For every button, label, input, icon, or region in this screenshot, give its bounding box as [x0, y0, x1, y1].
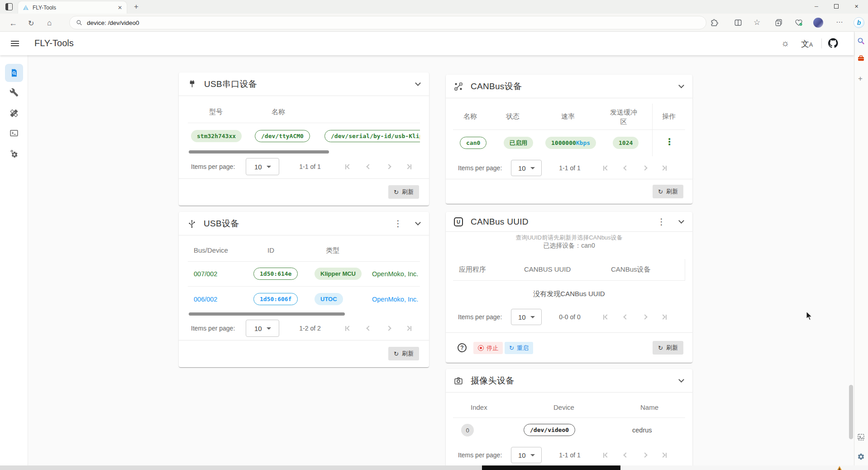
translate-icon[interactable]: 文A: [801, 38, 813, 49]
card-camera: 摄像头设备 Index Device Name 0 /dev/video0 ce…: [446, 369, 692, 470]
first-page-button[interactable]: [603, 453, 609, 458]
home-button[interactable]: ⌂: [47, 19, 52, 28]
canbus-network-icon: [454, 82, 463, 91]
browser-tab[interactable]: FLY-Tools ✕: [18, 1, 127, 14]
table-horizontal-scrollbar[interactable]: [189, 150, 329, 153]
last-page-button[interactable]: [406, 164, 411, 169]
extensions-icon[interactable]: [711, 19, 719, 27]
profile-avatar[interactable]: [813, 18, 823, 28]
refresh-icon: ↻: [394, 350, 399, 357]
chevron-down-icon[interactable]: [678, 82, 684, 88]
column-id: ID: [267, 246, 274, 254]
first-page-button[interactable]: [345, 326, 351, 331]
column-index: Index: [471, 403, 487, 411]
prev-page-button[interactable]: [624, 453, 628, 457]
last-page-button[interactable]: [406, 326, 411, 331]
card-menu-icon[interactable]: ⋮: [394, 219, 402, 228]
prev-page-button[interactable]: [367, 326, 371, 330]
page-size-select[interactable]: 10: [246, 158, 279, 175]
card-footer: ? 停止 ↻重启 ↻刷新: [446, 332, 692, 363]
index-badge: 0: [461, 424, 474, 436]
sidebar-item-tools[interactable]: [5, 83, 23, 101]
rail-office-icon[interactable]: [857, 54, 865, 62]
menu-icon[interactable]: [11, 39, 19, 48]
tab-actions-icon[interactable]: [5, 3, 13, 10]
chevron-down-icon[interactable]: [415, 80, 421, 86]
rail-settings-icon[interactable]: [857, 453, 865, 460]
prev-page-button[interactable]: [624, 315, 628, 319]
chevron-down-icon[interactable]: [415, 220, 421, 225]
refresh-button[interactable]: ↻刷新: [653, 341, 683, 355]
restart-button[interactable]: ↻重启: [505, 342, 533, 354]
favorites-icon[interactable]: ☆: [754, 18, 760, 27]
sidebar-item-patch[interactable]: [5, 104, 23, 122]
chevron-down-icon[interactable]: [678, 377, 684, 383]
rail-search-icon[interactable]: [857, 37, 865, 45]
page-size-select[interactable]: 10: [511, 309, 542, 325]
card-menu-icon[interactable]: ⋮: [657, 217, 666, 226]
address-bar[interactable]: device: /dev/video0: [69, 16, 706, 29]
next-page-button[interactable]: [643, 166, 647, 170]
refresh-icon: ↻: [394, 189, 399, 196]
row-actions-icon[interactable]: ⋮: [665, 139, 674, 144]
window-minimize-button[interactable]: ─: [815, 4, 818, 9]
stop-button[interactable]: 停止: [473, 342, 503, 354]
uuid-icon: U: [454, 217, 463, 226]
first-page-button[interactable]: [345, 164, 351, 169]
page-size-select[interactable]: 10: [511, 447, 542, 463]
new-tab-button[interactable]: +: [134, 2, 138, 11]
collections-icon[interactable]: [775, 19, 783, 27]
browser-essentials-icon[interactable]: [795, 19, 803, 27]
app-header: FLY-Tools ☼ 文A: [0, 32, 854, 55]
page-size-select[interactable]: 10: [511, 160, 542, 176]
restart-icon: ↻: [509, 345, 514, 351]
last-page-button[interactable]: [661, 315, 667, 320]
browser-menu-icon[interactable]: …: [836, 16, 844, 24]
window-maximize-button[interactable]: [834, 4, 839, 9]
table-header-row: 型号 名称: [188, 101, 420, 123]
page-size-select[interactable]: 10: [246, 320, 279, 337]
terminal-icon: [10, 129, 19, 138]
next-page-button[interactable]: [387, 165, 391, 168]
back-button[interactable]: ←: [9, 19, 17, 28]
github-icon[interactable]: [828, 38, 838, 48]
first-page-button[interactable]: [603, 166, 609, 171]
split-screen-icon[interactable]: [734, 19, 742, 27]
card-usb-serial: USB串口设备 型号 名称 stm32h743xx /dev/ttyACM0 /…: [179, 72, 429, 206]
chevron-down-icon[interactable]: [678, 218, 684, 224]
empty-message: 没有发现CANBus UUID: [446, 290, 692, 298]
next-page-button[interactable]: [643, 453, 647, 457]
theme-toggle-icon[interactable]: ☼: [781, 38, 789, 48]
column-actions: 操作: [662, 112, 676, 121]
next-page-button[interactable]: [387, 326, 391, 330]
table-horizontal-scrollbar[interactable]: [189, 312, 345, 316]
sidebar-item-terminal[interactable]: [5, 124, 23, 142]
refresh-button[interactable]: ↻刷新: [388, 185, 419, 199]
select-caret-icon: [267, 327, 271, 330]
first-page-button[interactable]: [603, 315, 609, 320]
window-close-button[interactable]: ✕: [854, 4, 858, 10]
tab-close-icon[interactable]: ✕: [118, 5, 122, 11]
sidebar-item-device-scan[interactable]: [5, 64, 23, 82]
copilot-icon[interactable]: b: [854, 17, 864, 28]
next-page-button[interactable]: [643, 315, 647, 319]
refresh-button[interactable]: ↻刷新: [653, 185, 683, 198]
column-name: Name: [640, 403, 658, 411]
rail-capture-icon[interactable]: [857, 433, 865, 441]
last-page-button[interactable]: [661, 166, 667, 171]
refresh-button[interactable]: ↻刷新: [388, 347, 419, 360]
prev-page-button[interactable]: [367, 165, 371, 168]
model-chip: stm32h743xx: [191, 130, 242, 142]
rail-add-icon[interactable]: +: [858, 74, 863, 83]
reload-button[interactable]: ↻: [28, 19, 34, 28]
select-caret-icon: [530, 167, 535, 169]
prev-page-button[interactable]: [624, 166, 628, 170]
card-title: USB设备: [204, 218, 239, 230]
page-range: 1-2 of 2: [299, 325, 320, 332]
page-scrollbar[interactable]: [849, 385, 853, 439]
last-page-button[interactable]: [661, 453, 667, 458]
help-icon[interactable]: ?: [458, 343, 467, 352]
sidebar-item-settings[interactable]: [5, 144, 23, 163]
wrench-icon: [10, 88, 19, 97]
status-chip: 已启用: [504, 137, 533, 149]
